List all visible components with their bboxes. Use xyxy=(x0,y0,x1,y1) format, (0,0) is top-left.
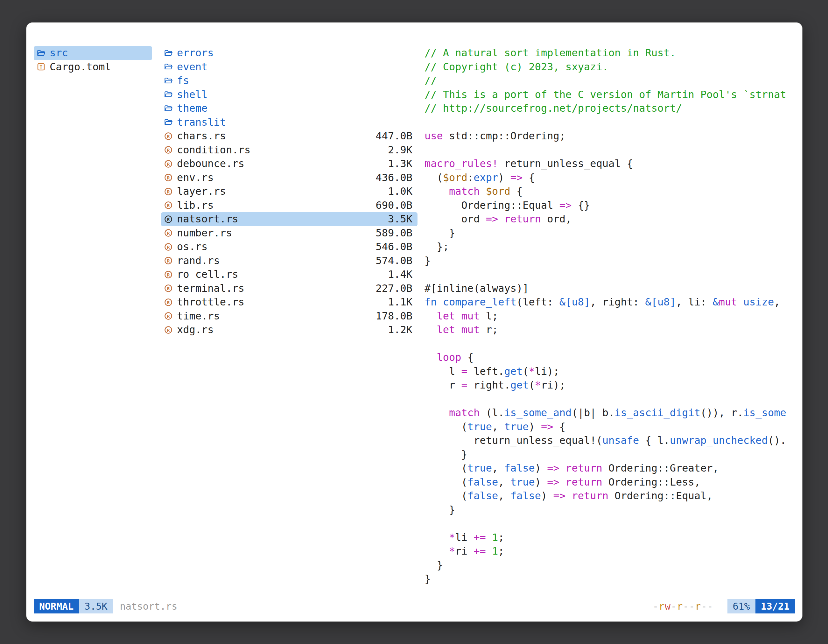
code-line: use std::cmp::Ordering; xyxy=(425,129,795,143)
code-line: // http://sourcefrog.net/projects/natsor… xyxy=(425,102,795,116)
code-line: // This is a port of the C version of Ma… xyxy=(425,88,795,102)
code-line: l = left.get(*li); xyxy=(425,365,795,379)
rust-file-icon: R xyxy=(163,145,173,155)
code-line: } xyxy=(425,226,795,240)
dir-row[interactable]: theme xyxy=(161,102,417,116)
svg-text:R: R xyxy=(167,231,170,236)
entry-size: 2.9K xyxy=(388,143,412,157)
svg-text:R: R xyxy=(167,327,170,332)
file-row[interactable]: Rlayer.rs1.0K xyxy=(161,185,417,199)
file-preview-pane: // A natural sort implementation in Rust… xyxy=(425,46,795,591)
folder-icon xyxy=(163,76,173,86)
entry-name: number.rs xyxy=(177,226,232,240)
file-row[interactable]: Ros.rs546.0B xyxy=(161,240,417,254)
code-line xyxy=(425,337,795,351)
code-line: } xyxy=(425,572,795,586)
code-line: r = right.get(*ri); xyxy=(425,378,795,392)
entry-size: 227.0B xyxy=(375,282,412,296)
file-row[interactable]: Rro_cell.rs1.4K xyxy=(161,268,417,282)
code-line: return_unless_equal!(unsafe { l.unwrap_u… xyxy=(425,434,795,448)
file-row[interactable]: Rnumber.rs589.0B xyxy=(161,226,417,240)
perm-char: - xyxy=(671,601,677,612)
scroll-percent-badge: 61% xyxy=(728,599,756,613)
entry-size: 546.0B xyxy=(375,240,412,254)
file-row[interactable]: Rterminal.rs227.0B xyxy=(161,282,417,296)
code-line: // Copyright (c) 2023, sxyazi. xyxy=(425,60,795,74)
cursor-position-badge: 13/21 xyxy=(756,599,795,613)
status-file-name: natsort.rs xyxy=(120,601,177,612)
file-row[interactable]: Rdebounce.rs1.3K xyxy=(161,157,417,171)
entry-name: os.rs xyxy=(177,240,207,254)
perm-char: - xyxy=(707,601,713,612)
current-directory-pane: errorseventfsshellthemetranslitRchars.rs… xyxy=(161,46,417,337)
code-line: *li += 1; xyxy=(425,531,795,545)
dir-row[interactable]: src xyxy=(34,46,152,60)
file-row[interactable]: Rrand.rs574.0B xyxy=(161,254,417,268)
rust-file-icon: R xyxy=(163,242,173,252)
code-line: Ordering::Equal => {} xyxy=(425,199,795,213)
entry-name: debounce.rs xyxy=(177,157,245,171)
status-bar-right: -rw-r--r-- 61% 13/21 xyxy=(653,599,795,613)
file-row[interactable]: Rtime.rs178.0B xyxy=(161,309,417,323)
entry-name: natsort.rs xyxy=(177,212,238,226)
dir-row[interactable]: event xyxy=(161,60,417,74)
code-line xyxy=(425,517,795,531)
code-line: (false, false) => return Ordering::Equal… xyxy=(425,489,795,503)
file-row[interactable]: Rxdg.rs1.2K xyxy=(161,323,417,337)
entry-size: 1.2K xyxy=(388,323,412,337)
code-line: macro_rules! return_unless_equal { xyxy=(425,157,795,171)
parent-pane: srcTCargo.toml xyxy=(34,46,152,74)
svg-text:R: R xyxy=(167,300,170,305)
perm-char: - xyxy=(689,601,695,612)
folder-icon xyxy=(163,90,173,99)
code-line: match $ord { xyxy=(425,185,795,199)
entry-name: rand.rs xyxy=(177,254,220,268)
permissions-text: -rw-r--r-- xyxy=(653,601,714,612)
entry-name: translit xyxy=(177,116,226,130)
rust-file-icon: R xyxy=(163,256,173,265)
rust-file-icon: R xyxy=(163,270,173,279)
dir-row[interactable]: errors xyxy=(161,46,417,60)
code-line: // xyxy=(425,74,795,88)
svg-text:R: R xyxy=(167,244,170,249)
mode-badge: NORMAL xyxy=(34,599,79,613)
svg-text:R: R xyxy=(167,134,170,139)
svg-text:R: R xyxy=(167,189,170,194)
folder-icon xyxy=(163,118,173,127)
folder-icon xyxy=(163,49,173,58)
rust-file-icon: R xyxy=(163,325,173,335)
file-row[interactable]: Rnatsort.rs3.5K xyxy=(161,212,417,226)
rust-file-icon: R xyxy=(163,215,173,224)
file-row[interactable]: Rthrottle.rs1.1K xyxy=(161,295,417,309)
entry-size: 3.5K xyxy=(388,212,412,226)
entry-name: chars.rs xyxy=(177,129,226,143)
dir-row[interactable]: translit xyxy=(161,116,417,130)
file-row[interactable]: Rchars.rs447.0B xyxy=(161,129,417,143)
entry-size: 574.0B xyxy=(375,254,412,268)
entry-size: 178.0B xyxy=(375,309,412,323)
svg-text:R: R xyxy=(167,272,170,277)
status-bar-left: NORMAL 3.5K natsort.rs xyxy=(34,599,177,613)
code-line: } xyxy=(425,448,795,462)
status-file-size: 3.5K xyxy=(79,599,113,613)
code-line: match (l.is_some_and(|b| b.is_ascii_digi… xyxy=(425,406,795,420)
code-line: *ri += 1; xyxy=(425,544,795,558)
rust-file-icon: R xyxy=(163,173,173,182)
dir-row[interactable]: fs xyxy=(161,74,417,88)
entry-name: src xyxy=(50,46,68,60)
folder-icon xyxy=(163,104,173,113)
perm-char: - xyxy=(683,601,689,612)
entry-name: lib.rs xyxy=(177,199,214,213)
code-line xyxy=(425,268,795,282)
file-row[interactable]: Rcondition.rs2.9K xyxy=(161,143,417,157)
file-row[interactable]: Rlib.rs690.0B xyxy=(161,199,417,213)
dir-row[interactable]: shell xyxy=(161,88,417,102)
rust-file-icon: R xyxy=(163,159,173,169)
code-line: // A natural sort implementation in Rust… xyxy=(425,46,795,60)
perm-char: - xyxy=(701,601,707,612)
rust-file-icon: R xyxy=(163,298,173,307)
perm-char: r xyxy=(659,601,665,612)
rust-file-icon: R xyxy=(163,132,173,141)
file-row[interactable]: Renv.rs436.0B xyxy=(161,171,417,185)
file-row[interactable]: TCargo.toml xyxy=(34,60,152,74)
